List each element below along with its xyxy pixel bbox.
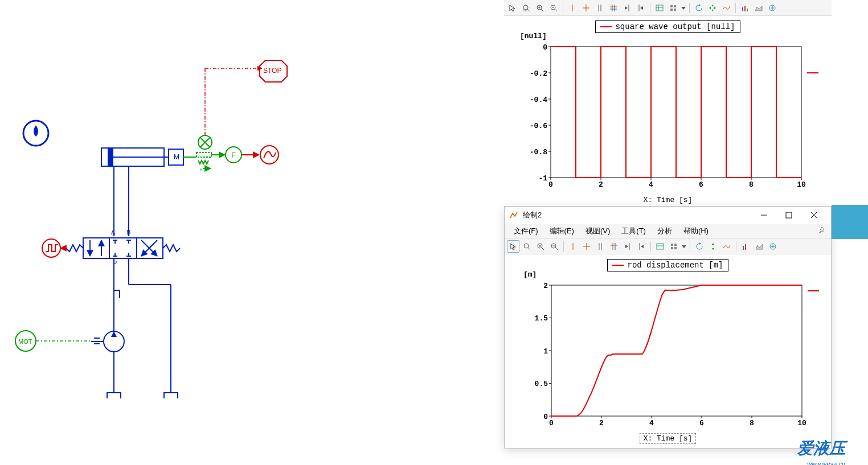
prime-mover-motor[interactable]: MOT [15, 331, 100, 351]
svg-text:-0.4: -0.4 [530, 96, 547, 104]
refresh-icon[interactable] [693, 2, 705, 14]
hydraulic-lines-upper [114, 166, 129, 236]
svg-text:+: + [199, 167, 203, 173]
svg-text:STOP: STOP [263, 67, 281, 75]
chart2-xlabel[interactable]: X: Time [s] [640, 433, 697, 444]
hydraulic-cylinder[interactable] [101, 148, 168, 166]
close-button[interactable] [801, 207, 826, 224]
chart-square-wave[interactable]: square wave output [null] [null] 0 -0.2 … [504, 16, 832, 205]
svg-marker-90 [699, 4, 701, 6]
stop-block[interactable]: STOP [260, 60, 287, 82]
tank-right[interactable] [164, 390, 178, 398]
vline-cursor-icon[interactable] [567, 240, 579, 253]
svg-rect-154 [671, 244, 673, 246]
displacement-sensor[interactable] [198, 68, 262, 149]
zoom-area-icon[interactable] [521, 240, 533, 253]
zoom-in-icon[interactable] [534, 240, 547, 253]
minimize-button[interactable] [751, 207, 776, 224]
maximize-button[interactable] [776, 207, 801, 224]
svg-rect-85 [670, 5, 673, 7]
crosshair-icon[interactable] [580, 2, 592, 14]
menu-tools[interactable]: 工具(T) [616, 224, 652, 238]
force-sensor[interactable]: F [211, 147, 259, 163]
svg-text:0.5: 0.5 [535, 380, 548, 388]
svg-marker-93 [709, 7, 711, 9]
smooth-icon[interactable] [720, 240, 733, 253]
dropdown-icon[interactable] [681, 2, 686, 14]
smooth-icon[interactable] [720, 2, 732, 14]
scan-right-icon[interactable] [634, 2, 647, 14]
svg-line-67 [555, 9, 557, 11]
legend-1: square wave output [null] [595, 20, 740, 33]
plot-window-icon [509, 211, 518, 220]
pan-icon[interactable] [706, 2, 719, 14]
chart1-xlabel: X: Time [s] [511, 196, 825, 204]
zoom-in-icon[interactable] [534, 2, 546, 14]
svg-text:0: 0 [543, 413, 548, 421]
pin-icon[interactable] [818, 226, 828, 235]
grid-icon[interactable] [668, 240, 680, 253]
scan-left-icon[interactable] [621, 2, 633, 14]
vline-cursor-icon[interactable] [566, 2, 579, 14]
mass-block[interactable]: M [169, 149, 183, 165]
plot2-window[interactable]: 绘制2 文件(F) 编辑(E) 视图(V) 工具(T) 分析 帮助(H) [504, 206, 832, 448]
menu-file[interactable]: 文件(F) [508, 224, 544, 238]
dual-vline-icon[interactable] [594, 240, 607, 253]
menu-edit[interactable]: 编辑(E) [544, 224, 580, 238]
zoom-out-icon[interactable] [547, 2, 560, 14]
scan-left-icon[interactable] [621, 240, 634, 253]
hydraulic-pump[interactable] [91, 331, 124, 390]
add-plot-icon[interactable] [767, 240, 779, 253]
scan-right-icon[interactable] [635, 240, 648, 253]
zoom-area-icon[interactable] [520, 2, 533, 14]
area-chart-icon[interactable] [753, 240, 765, 253]
svg-rect-6 [196, 153, 211, 157]
grid-icon[interactable] [667, 2, 679, 14]
directional-valve[interactable] [66, 238, 180, 258]
svg-rect-97 [747, 9, 748, 11]
menu-view[interactable]: 视图(V) [580, 224, 616, 238]
crosshair-icon[interactable] [580, 240, 593, 253]
dual-crosshair-icon[interactable] [607, 2, 620, 14]
square-wave-source[interactable] [42, 239, 66, 257]
side-tab[interactable] [832, 205, 868, 239]
table-icon[interactable] [654, 240, 666, 253]
area-chart-icon[interactable] [752, 2, 765, 14]
svg-rect-2 [108, 148, 113, 166]
svg-rect-167 [551, 285, 802, 416]
menu-analysis[interactable]: 分析 [652, 224, 678, 238]
svg-line-60 [527, 9, 530, 11]
dual-vline-icon[interactable] [593, 2, 606, 14]
svg-marker-92 [711, 10, 714, 11]
refresh-icon[interactable] [693, 240, 706, 253]
svg-text:1.5: 1.5 [535, 314, 548, 323]
dual-crosshair-icon[interactable] [608, 240, 620, 253]
svg-text:10: 10 [797, 180, 806, 189]
svg-text:4: 4 [649, 419, 654, 427]
pan-icon[interactable] [707, 240, 719, 253]
svg-text:-0.8: -0.8 [530, 148, 547, 157]
cursor-icon[interactable] [506, 2, 519, 14]
cursor-icon[interactable] [507, 240, 519, 253]
svg-text:10: 10 [797, 419, 806, 427]
friction-element[interactable]: + [183, 153, 211, 173]
svg-rect-23 [83, 238, 163, 258]
fluid-props-icon[interactable] [23, 121, 48, 146]
add-plot-icon[interactable] [766, 2, 779, 14]
menu-help[interactable]: 帮助(H) [678, 224, 714, 238]
chart1-svg: 0 -0.2 -0.4 -0.6 -0.8 -1 0 2 4 6 8 [511, 35, 827, 195]
svg-rect-128 [786, 212, 792, 218]
signal-source[interactable] [260, 146, 279, 164]
tank-left[interactable] [107, 390, 121, 398]
bar-chart-icon[interactable] [739, 240, 752, 253]
bar-chart-icon[interactable] [739, 2, 751, 14]
dropdown-icon[interactable] [681, 240, 687, 253]
hydraulic-lines-lower [114, 258, 171, 390]
svg-rect-86 [674, 5, 676, 7]
plot2-titlebar[interactable]: 绘制2 [505, 207, 831, 224]
zoom-out-icon[interactable] [548, 240, 560, 253]
schematic-canvas[interactable]: M + STOP F A B [0, 0, 504, 465]
table-icon[interactable] [653, 2, 666, 14]
svg-marker-79 [625, 6, 628, 10]
chart-rod-displacement[interactable]: rod displacement [m] [m] 2 1.5 1 0.5 0 [505, 254, 831, 448]
